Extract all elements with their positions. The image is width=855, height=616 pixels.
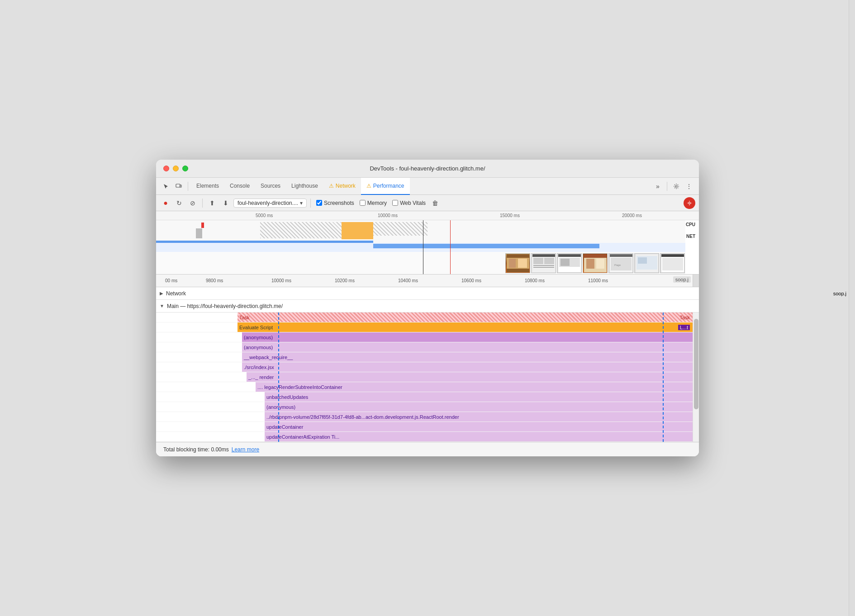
- tab-bar: Elements Console Sources Lighthouse ⚠ Ne…: [156, 178, 699, 195]
- svg-text:Page: Page: [614, 264, 621, 266]
- svg-rect-22: [596, 259, 604, 269]
- anon2-bar[interactable]: (anonymous): [242, 342, 699, 352]
- screenshot-2[interactable]: [531, 253, 556, 273]
- task-label-right: Task: [679, 315, 690, 320]
- svg-rect-24: [610, 254, 632, 257]
- maximize-button[interactable]: [182, 166, 188, 171]
- device-toggle-icon[interactable]: [172, 180, 185, 193]
- more-tabs-icon[interactable]: »: [651, 180, 664, 193]
- svg-rect-7: [509, 259, 516, 268]
- main-row: ▼ Main — https://foul-heavenly-direction…: [156, 300, 699, 313]
- tab-sources[interactable]: Sources: [255, 178, 286, 195]
- learn-more-link[interactable]: Learn more: [232, 446, 259, 453]
- toolbar-sep-2: [310, 199, 311, 208]
- reload-button[interactable]: ↻: [173, 197, 185, 209]
- scroll-indicator: [693, 275, 699, 287]
- screenshot-6[interactable]: [634, 253, 659, 273]
- window-title: DevTools - foul-heavenly-direction.glitc…: [370, 165, 485, 172]
- rbd-bar[interactable]: ../rbd/pnpm-volume/28d7f85f-31d7-4fd8-ab…: [265, 412, 699, 422]
- screenshot-4[interactable]: [583, 253, 608, 273]
- main-collapse-icon[interactable]: ▼: [160, 303, 164, 308]
- cursor-icon[interactable]: [160, 180, 172, 193]
- tab-network[interactable]: ⚠ Network: [323, 178, 361, 195]
- zoom-tick-1: 9800 ms: [206, 278, 223, 283]
- download-button[interactable]: ⬇: [220, 197, 232, 209]
- tab-console[interactable]: Console: [224, 178, 255, 195]
- screenshot-3[interactable]: [557, 253, 582, 273]
- render-indent: [156, 372, 247, 382]
- tab-performance[interactable]: ⚠ Performance: [361, 178, 410, 195]
- toolbar: ● ↻ ⊘ ⬆ ⬇ foul-heavenly-direction.... ▾ …: [156, 195, 699, 211]
- network-row[interactable]: ▶ Network soop.j: [156, 287, 699, 300]
- url-dropdown[interactable]: foul-heavenly-direction.... ▾: [233, 199, 307, 208]
- screenshots-checkbox[interactable]: Screenshots: [316, 200, 354, 206]
- status-text: Total blocking time: 0.00ms: [163, 446, 229, 453]
- network-collapse-icon: ▶: [160, 291, 163, 296]
- tab-lighthouse[interactable]: Lighthouse: [286, 178, 323, 195]
- zoom-tick-2: 10000 ms: [271, 278, 291, 283]
- svg-rect-11: [533, 258, 543, 264]
- timeline-tracks: CPU NET: [156, 220, 699, 275]
- close-button[interactable]: [163, 166, 169, 171]
- svg-rect-13: [533, 265, 554, 266]
- webpack-indent: [156, 352, 242, 362]
- memory-checkbox[interactable]: Memory: [360, 200, 387, 206]
- index-indent: [156, 362, 242, 372]
- flame-row-render: _..._ render: [156, 372, 699, 382]
- svg-rect-21: [586, 259, 594, 269]
- svg-rect-14: [533, 267, 554, 268]
- unbatched-indent: [156, 392, 265, 402]
- zoom-tick-6: 10800 ms: [525, 278, 545, 283]
- minimize-button[interactable]: [173, 166, 179, 171]
- main-row-label: Main — https://foul-heavenly-direction.g…: [167, 303, 283, 309]
- clear-button[interactable]: 🗑: [429, 197, 441, 209]
- network-warn-icon: ⚠: [329, 183, 334, 189]
- svg-rect-25: [611, 258, 632, 270]
- scrollbar-thumb: [694, 319, 698, 409]
- record-button[interactable]: ●: [160, 197, 171, 209]
- performance-warn-icon: ⚠: [366, 183, 371, 189]
- webpack-bar[interactable]: __webpack_require__: [242, 352, 699, 362]
- update-bar[interactable]: updateContainer: [265, 422, 699, 431]
- partial-bar[interactable]: updateContainerAtExpiration Ti...: [265, 432, 699, 441]
- unbatched-bar[interactable]: unbatchedUpdates: [265, 392, 699, 402]
- scrollbar-v[interactable]: [693, 313, 699, 442]
- cpu-yellow-block: [342, 222, 373, 239]
- status-bar: Total blocking time: 0.00ms Learn more: [156, 442, 699, 456]
- anon1-bar[interactable]: (anonymous): [242, 332, 699, 342]
- titlebar: DevTools - foul-heavenly-direction.glitc…: [156, 160, 699, 178]
- render-bar[interactable]: _..._ render: [247, 372, 699, 382]
- memory-input[interactable]: [360, 200, 366, 206]
- index-bar[interactable]: ./src/index.jsx: [242, 362, 699, 372]
- net-label: NET: [686, 234, 695, 239]
- flame-row-anon3: (anonymous): [156, 402, 699, 412]
- web-vitals-checkbox[interactable]: Web Vitals: [392, 200, 426, 206]
- legacy-bar[interactable]: .... legacyRenderSubtreeIntoContainer: [256, 382, 699, 392]
- anon3-bar[interactable]: (anonymous): [265, 402, 699, 412]
- cpu-track: [156, 220, 685, 243]
- alert-settings-icon[interactable]: [684, 197, 695, 209]
- evaluate-indent: [156, 322, 238, 332]
- stop-button[interactable]: ⊘: [187, 197, 199, 209]
- more-menu-icon[interactable]: ⋮: [683, 180, 695, 193]
- svg-point-2: [675, 185, 677, 187]
- task-bar[interactable]: Task Task: [238, 313, 699, 322]
- evaluate-script-bar[interactable]: Evaluate Script L...t: [238, 322, 699, 332]
- dashed-line-2: [663, 313, 664, 442]
- svg-rect-8: [518, 259, 527, 268]
- web-vitals-input[interactable]: [392, 200, 398, 206]
- dashed-line-1: [278, 313, 279, 442]
- screenshot-7[interactable]: [660, 253, 685, 273]
- settings-icon[interactable]: [670, 180, 683, 193]
- flame-row-webpack: __webpack_require__: [156, 352, 699, 362]
- partial-indent: [156, 432, 265, 441]
- screenshot-5[interactable]: Page: [608, 253, 633, 273]
- svg-rect-1: [180, 185, 181, 187]
- upload-button[interactable]: ⬆: [206, 197, 218, 209]
- ruler-10000: 10000 ms: [378, 213, 398, 218]
- timeline-overview: 5000 ms 10000 ms 15000 ms 20000 ms CPU N…: [156, 211, 699, 275]
- screenshot-1[interactable]: [505, 253, 530, 273]
- flame-row-anon2: (anonymous): [156, 342, 699, 352]
- screenshots-input[interactable]: [316, 200, 322, 206]
- tab-elements[interactable]: Elements: [191, 178, 224, 195]
